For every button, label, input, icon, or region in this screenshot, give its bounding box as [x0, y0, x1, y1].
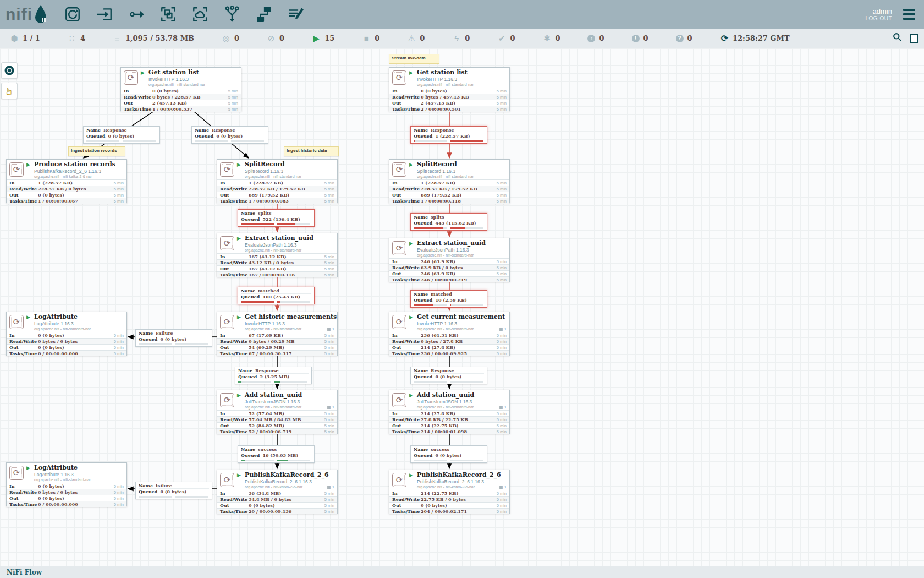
processor-type-icon: ⟳ [392, 70, 406, 85]
processor-bundle: org.apache.nifi - nifi-standard-nar [417, 83, 507, 86]
active-threads-badge: ▦1 [499, 326, 507, 331]
processor-bundle: org.apache.nifi - nifi-standard-nar [417, 405, 507, 409]
processor-splitrecord-1[interactable]: ⟳▶SplitRecordSplitRecord 1.16.3org.apach… [217, 159, 338, 203]
connection-failure-1[interactable]: NameFailureQueued0 (0 bytes) [135, 329, 212, 347]
processor-logattribute-2[interactable]: ⟳▶LogAttributeLogAttribute 1.16.3org.apa… [6, 462, 127, 506]
remote-process-group-component-icon[interactable] [191, 5, 210, 24]
process-group-component-icon[interactable] [159, 5, 178, 24]
queued-count: 0 (0 bytes) [160, 336, 186, 342]
questionable-icon: ? [676, 35, 684, 42]
queued-icon: ≡ [113, 34, 122, 43]
connection-matched-2[interactable]: NamematchedQueued10 (2.59 KB) [410, 290, 487, 308]
processor-publishkafkarecord-2[interactable]: ⟳▶PublishKafkaRecord_2_6PublishKafkaReco… [389, 470, 510, 514]
processor-type: JoltTransformJSON 1.16.3 [417, 399, 507, 405]
queued-count: 100 (25.43 KB) [262, 294, 300, 299]
relationship-name: splits [431, 214, 444, 220]
connection-matched-1[interactable]: NamematchedQueued100 (25.43 KB) [238, 287, 315, 304]
panel-toggle-icon[interactable] [910, 34, 919, 43]
processor-bundle: org.apache.nifi - nifi-kafka-2-6-nar [245, 485, 335, 489]
processor-component-icon[interactable] [63, 5, 82, 24]
flow-canvas[interactable]: ☞ Ingest station recordsIngest historic … [0, 48, 924, 566]
operate-palette-button[interactable]: ☞ [1, 83, 18, 99]
processor-get-current-measurement[interactable]: ⟳▶Get current measurementInvokeHTTP 1.16… [389, 312, 510, 356]
refresh-icon[interactable]: ⟳ [721, 33, 728, 43]
processor-title: Produce station records [34, 161, 124, 168]
sync-failure-icon: ! [632, 35, 640, 42]
processor-bundle: org.apache.nifi - nifi-standard-nar [417, 327, 507, 331]
status-stopped: ■0 [362, 34, 380, 43]
birdseye-icon [4, 65, 15, 76]
status-bar: ⬢1 / 1∷4≡1,095 / 53.78 MB◎0⊘0▶15■0⚠0ϟ0✔0… [0, 29, 924, 48]
stat-row-rw: Read/Write228.57 KB / 179.52 KB5 min [217, 186, 337, 192]
processor-add-station-uuid-2[interactable]: ⟳▶Add station_uuidJoltTransformJSON 1.16… [389, 390, 510, 434]
threads-badge-icon: ▦ [499, 484, 503, 489]
relationship-name: matched [431, 291, 452, 297]
relationship-name: Response [255, 368, 279, 373]
processor-add-station-uuid-1[interactable]: ⟳▶Add station_uuidJoltTransformJSON 1.16… [217, 390, 338, 434]
output-port-component-icon[interactable] [127, 5, 146, 24]
label-stream-live-data[interactable]: Stream live-data [389, 54, 439, 64]
running-status-icon: ▶ [237, 314, 241, 320]
funnel-component-icon[interactable] [223, 5, 241, 24]
stat-row-tasks: Tasks/Time20 / 00:00:09.1365 min [217, 508, 337, 514]
processor-title: SplitRecord [245, 161, 335, 168]
queued-count: 0 (0 bytes) [108, 133, 134, 139]
stat-row-tasks: Tasks/Time236 / 00:00:09.9255 min [389, 350, 509, 356]
backpressure-bars [414, 304, 484, 306]
navigate-palette-button[interactable] [1, 62, 18, 79]
processor-logattribute-1[interactable]: ⟳▶LogAttributeLogAttribute 1.16.3org.apa… [6, 312, 127, 356]
not-transmitting-count: 0 [279, 34, 284, 42]
active-threads-badge: ▦1 [327, 484, 334, 489]
connection-failure-2[interactable]: NamefailureQueued0 (0 bytes) [135, 482, 212, 499]
stat-row-rw: Read/Write228.57 KB / 179.52 KB5 min [389, 186, 509, 192]
connection-response-2[interactable]: NameResponseQueued0 (0 bytes) [191, 126, 268, 144]
stat-row-tasks: Tasks/Time2 / 00:00:00.5015 min [389, 106, 509, 112]
connection-success-2[interactable]: NamesuccessQueued0 (0 bytes) [410, 445, 487, 463]
processor-publishkafkarecord-1[interactable]: ⟳▶PublishKafkaRecord_2_6PublishKafkaReco… [217, 470, 338, 514]
backpressure-bars [414, 140, 484, 142]
stat-row-out: Out689 (179.52 KB)5 min [389, 192, 509, 198]
processor-produce-station-records[interactable]: ⟳▶Produce station recordsPublishKafkaRec… [6, 159, 127, 203]
running-status-icon: ▶ [141, 70, 145, 75]
threads-badge-icon: ▦ [327, 326, 331, 331]
processor-get-historic-measurements[interactable]: ⟳▶Get historic measurementsInvokeHTTP 1.… [217, 312, 338, 356]
connection-response-1[interactable]: NameResponseQueued0 (0 bytes) [83, 126, 160, 144]
global-menu-icon[interactable] [901, 7, 917, 22]
processor-type-icon: ⟳ [392, 241, 406, 255]
connection-splits-1[interactable]: NamesplitsQueued522 (136.4 KB) [238, 209, 315, 227]
stat-row-out: Out246 (63.9 KB)5 min [389, 270, 509, 276]
active-threads-badge: ▦1 [327, 326, 334, 331]
running-status-icon: ▶ [237, 392, 241, 398]
label-ingest-historic-data[interactable]: Ingest historic data [284, 146, 339, 156]
connection-response-4[interactable]: NameResponseQueued2 (3.25 MB) [235, 367, 312, 384]
connection-response-3[interactable]: NameResponseQueued1 (228.57 KB) [410, 126, 487, 144]
current-user: admin [865, 7, 892, 15]
connection-splits-2[interactable]: NamesplitsQueued443 (115.62 KB) [410, 213, 487, 231]
processor-get-station-list-2[interactable]: ⟳▶Get station listInvokeHTTP 1.16.3org.a… [389, 67, 510, 111]
status-questionable: ?0 [676, 34, 692, 42]
processor-extract-station-uuid-2[interactable]: ⟳▶Extract station_uuidEvaluateJsonPath 1… [389, 238, 510, 282]
processor-bundle: org.apache.nifi - nifi-standard-nar [245, 327, 335, 331]
label-component-icon[interactable] [287, 5, 305, 24]
search-icon[interactable] [893, 32, 902, 44]
connection-response-5[interactable]: NameResponseQueued0 (0 bytes) [410, 367, 487, 384]
processor-type: InvokeHTTP 1.16.3 [417, 321, 507, 326]
processor-get-station-list-1[interactable]: ⟳▶Get station listInvokeHTTP 1.16.3org.a… [120, 67, 241, 111]
processor-type-icon: ⟳ [392, 315, 406, 329]
breadcrumb[interactable]: NiFi Flow [7, 569, 42, 576]
template-component-icon[interactable] [255, 5, 273, 24]
processor-extract-station-uuid-1[interactable]: ⟳▶Extract station_uuidEvaluateJsonPath 1… [217, 233, 338, 277]
stat-row-tasks: Tasks/Time1 / 00:00:00.3375 min [121, 106, 241, 112]
processor-title: LogAttribute [34, 464, 124, 471]
stat-row-tasks: Tasks/Time246 / 00:00:00.2195 min [389, 276, 509, 282]
label-ingest-station-records[interactable]: Ingest station records [68, 146, 125, 156]
input-port-component-icon[interactable] [95, 5, 114, 24]
stat-row-out: Out0 (0 bytes)5 min [389, 502, 509, 508]
processor-type-icon: ⟳ [9, 315, 24, 329]
logout-link[interactable]: LOG OUT [865, 15, 892, 21]
queued-count: 1,095 / 53.78 MB [125, 34, 194, 42]
status-threads: ∷4 [68, 34, 85, 43]
status-transmitting: ◎0 [222, 34, 239, 43]
processor-splitrecord-2[interactable]: ⟳▶SplitRecordSplitRecord 1.16.3org.apach… [389, 159, 510, 203]
connection-success-1[interactable]: NamesuccessQueued16 (50.03 MB) [238, 445, 315, 463]
